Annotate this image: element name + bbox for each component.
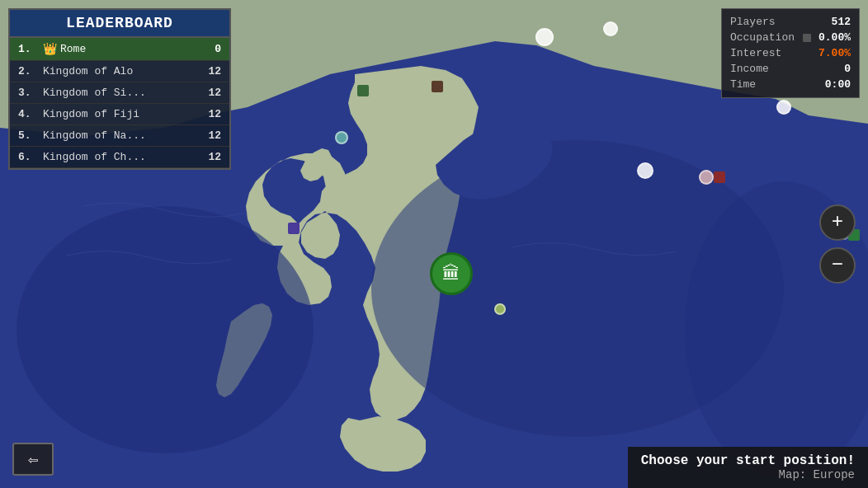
lb-score-6: 12 — [196, 151, 221, 163]
lb-crown-icon: 👑 — [43, 42, 57, 56]
lb-name-6: Kingdom of Ch... — [43, 151, 196, 163]
marker-6[interactable] — [494, 303, 506, 315]
leaderboard-row-6[interactable]: 6. Kingdom of Ch... 12 — [10, 147, 229, 168]
kingdom-dot-2[interactable] — [357, 85, 369, 96]
marker-5[interactable] — [699, 170, 714, 185]
marker-4[interactable] — [637, 162, 653, 179]
lb-score-2: 12 — [196, 65, 221, 77]
lb-score-1: 0 — [196, 43, 221, 55]
marker-3[interactable] — [335, 131, 348, 144]
leaderboard-row-2[interactable]: 2. Kingdom of Alo 12 — [10, 61, 229, 82]
lb-rank-1: 1. — [18, 43, 43, 55]
stats-interest-label: Interest — [730, 47, 781, 59]
lb-name-1: Rome — [60, 43, 196, 55]
stats-time-label: Time — [730, 78, 756, 91]
stats-occupation-label: Occupation — [730, 31, 795, 44]
marker-1[interactable] — [535, 28, 554, 46]
zoom-in-button[interactable]: + — [819, 204, 856, 241]
lb-score-5: 12 — [196, 129, 221, 142]
stats-occupation-value: 0.00% — [818, 31, 851, 44]
stats-income-label: Income — [730, 63, 769, 75]
lb-rank-2: 2. — [18, 65, 43, 77]
marker-2[interactable] — [603, 21, 618, 36]
lb-name-2: Kingdom of Alo — [43, 65, 196, 77]
stats-row-income: Income 0 — [730, 61, 851, 77]
lb-name-3: Kingdom of Si... — [43, 87, 196, 99]
marker-7[interactable] — [776, 100, 791, 115]
stats-row-players: Players 512 — [730, 14, 851, 30]
occupation-dot — [803, 34, 811, 42]
stats-row-occupation: Occupation 0.00% — [730, 30, 851, 45]
zoom-controls: + − — [819, 204, 856, 284]
lb-rank-4: 4. — [18, 108, 43, 120]
stats-row-interest: Interest 7.00% — [730, 45, 851, 61]
kingdom-dot-3[interactable] — [432, 81, 443, 92]
lb-rank-5: 5. — [18, 129, 43, 142]
choose-position-text: Choose your start position! — [641, 453, 855, 468]
leaderboard-row-1[interactable]: 1. 👑 Rome 0 — [10, 38, 229, 61]
stats-interest-value: 7.00% — [818, 47, 851, 59]
leaderboard-row-4[interactable]: 4. Kingdom of Fiji 12 — [10, 104, 229, 125]
zoom-out-button[interactable]: − — [819, 247, 856, 284]
lb-score-4: 12 — [196, 108, 221, 120]
leaderboard-row-3[interactable]: 3. Kingdom of Si... 12 — [10, 82, 229, 104]
leaderboard-panel: LEADERBOARD 1. 👑 Rome 0 2. Kingdom of Al… — [8, 8, 231, 170]
back-button[interactable]: ⇦ — [12, 443, 54, 476]
lb-rank-3: 3. — [18, 87, 43, 99]
lb-rank-6: 6. — [18, 151, 43, 163]
building-icon: 🏛 — [442, 263, 460, 285]
stats-time-value: 0:00 — [825, 78, 851, 91]
capital-marker[interactable]: 🏛 — [430, 252, 473, 295]
stats-income-value: 0 — [844, 63, 851, 75]
stats-players-value: 512 — [832, 16, 851, 28]
lb-name-4: Kingdom of Fiji — [43, 108, 196, 120]
kingdom-dot-4[interactable] — [714, 171, 725, 183]
stats-panel: Players 512 Occupation 0.00% Interest 7.… — [721, 8, 860, 98]
stats-players-label: Players — [730, 16, 776, 28]
status-bar: Choose your start position! Map: Europe — [628, 447, 868, 488]
svg-point-1 — [17, 206, 314, 453]
leaderboard-title: LEADERBOARD — [10, 10, 229, 38]
stats-row-time: Time 0:00 — [730, 77, 851, 92]
lb-name-5: Kingdom of Na... — [43, 129, 196, 142]
leaderboard-row-5[interactable]: 5. Kingdom of Na... 12 — [10, 125, 229, 147]
map-name-text: Map: Europe — [641, 468, 855, 481]
kingdom-dot-1[interactable] — [288, 223, 300, 234]
lb-score-3: 12 — [196, 87, 221, 99]
